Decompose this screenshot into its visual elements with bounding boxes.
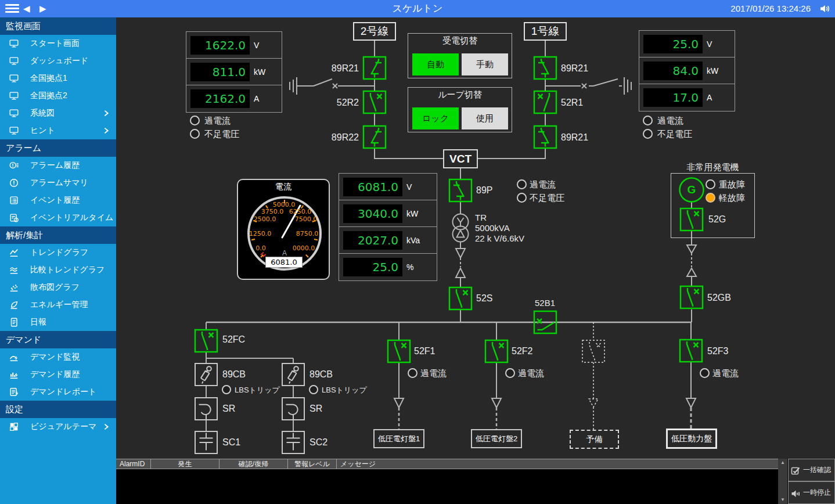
alarm-history-icon [9,160,19,171]
sidebar-item-scatter-graph[interactable]: 散布図グラフ [0,279,116,296]
sidebar-item-dashboard[interactable]: ダッシュボード [0,52,116,70]
scatter-graph-icon [9,282,19,293]
scroll-up-icon[interactable]: ▲ [778,459,787,467]
overcurrent-indicator [700,368,710,378]
reactor-sr-1[interactable] [195,398,217,420]
breaker-52gb[interactable] [681,286,703,308]
breaker-label: 52F1 [414,345,435,357]
lbs-label: 89CB [309,369,333,380]
reactor-label: SR [222,403,235,415]
column-alarm-level[interactable]: 警報レベル [288,459,337,469]
breaker-52s[interactable] [449,287,472,309]
breaker-spare[interactable] [582,322,604,430]
breaker-89r21-line1-upper[interactable] [534,57,556,79]
monitor-icon [9,108,19,118]
alarm-scrollbar[interactable]: ▲ ▼ [778,459,787,504]
meter-row: 17.0A [639,84,735,111]
trend-graph-icon [9,247,19,258]
sidebar-header-alarm: アラーム [0,139,116,157]
bulk-ack-button[interactable]: 一括確認 [788,459,835,481]
capacitor-label: SC1 [222,437,240,448]
current-display: 17.0 [643,88,703,107]
meter-row: 3040.0kW [339,200,437,227]
sidebar-item-energy-management[interactable]: エネルギー管理 [0,296,116,314]
generator-symbol: G [685,183,699,196]
voltage-display: 25.0 [643,35,703,53]
overcurrent-indicator [643,116,653,125]
column-occurred[interactable]: 発生 [151,459,219,469]
lock-button[interactable]: ロック [412,107,459,129]
breaker-label: 52FC [222,334,245,345]
ground-switch-left [290,77,375,95]
breaker-52r1[interactable] [534,91,556,113]
top-bar: ◀ ▶ スケルトン 2017/01/26 13:24:26 [0,0,835,17]
major-fault-indicator [706,179,715,189]
sidebar-header-demand: デマンド [0,331,116,348]
breaker-89r21-line2[interactable] [363,57,386,79]
sidebar-item-compare-trend-graph[interactable]: 比較トレンドグラフ [0,261,116,279]
speaker-pause-icon [790,488,801,498]
vct-box: VCT [443,149,478,168]
overcurrent-indicator [190,116,200,125]
loop-switch-panel: ループ切替 ロック 使用 [408,87,512,132]
speaker-icon[interactable] [819,3,830,15]
sidebar-item-visual-theme[interactable]: ビジュアルテーマ [0,418,116,435]
sidebar-item-trend-graph[interactable]: トレンドグラフ [0,244,116,261]
breaker-89r22[interactable] [363,126,386,148]
scroll-down-icon[interactable]: ▼ [778,496,787,504]
sidebar-item-event-realtime[interactable]: イベントリアルタイム [0,209,116,226]
lbs-89cb-2[interactable] [282,363,304,386]
daily-report-icon [9,317,19,327]
current-gauge: 電流 0.0 1250.0 2500.0 3750.0 5000.0 6250.… [237,179,330,280]
overcurrent-indicator [408,368,418,378]
lbs-89cb-1[interactable] [195,363,217,386]
sidebar-header-analysis: 解析/集計 [0,226,116,244]
sidebar-item-demand-report[interactable]: デマンドレポート [0,383,116,401]
breaker-89r21-line1-lower[interactable] [534,126,556,148]
breaker-52fc[interactable] [195,330,217,352]
meter-row: 2027.0kVa [339,227,437,254]
use-button[interactable]: 使用 [462,107,508,129]
auto-button[interactable]: 自動 [412,53,459,75]
breaker-52f2[interactable] [485,340,508,362]
compare-trend-icon [9,265,19,275]
sidebar-item-start-screen[interactable]: スタート画面 [0,35,116,52]
sidebar-item-national-sites-2[interactable]: 全国拠点2 [0,87,116,105]
meter-row: 84.0kW [639,57,735,84]
chevron-right-icon [102,423,110,431]
visual-theme-icon [9,422,19,432]
event-realtime-icon [9,213,19,223]
column-ack-restore[interactable]: 確認/復帰 [219,459,288,469]
breaker-label: 52F2 [512,345,532,357]
sidebar-item-national-sites-1[interactable]: 全国拠点1 [0,70,116,87]
chevron-right-icon [102,127,110,135]
breaker-52f3[interactable] [680,340,702,362]
capacitor-sc1[interactable] [195,431,217,453]
breaker-89p[interactable] [449,179,472,201]
alarm-table-body [116,469,778,504]
manual-button[interactable]: 手動 [462,53,508,75]
transformer-ratio: 22 k V/6.6kV [475,233,524,244]
breaker-52f1[interactable] [388,340,410,362]
sidebar-item-demand-history[interactable]: デマンド履歴 [0,366,116,383]
line1-meter-panel: 25.0V 84.0kW 17.0A [639,30,735,111]
sidebar-item-demand-monitor[interactable]: デマンド監視 [0,348,116,366]
sidebar-item-event-history[interactable]: イベント履歴 [0,192,116,209]
capacitor-sc2[interactable] [282,431,304,453]
sidebar-item-system-diagram[interactable]: 系統図 [0,105,116,122]
sidebar-item-daily-report[interactable]: 日報 [0,314,116,331]
breaker-label: 89R21 [330,63,359,74]
reactor-sr-2[interactable] [282,398,304,420]
receive-switch-panel: 受電切替 自動 手動 [408,33,512,78]
sidebar-item-alarm-summary[interactable]: アラームサマリ [0,174,116,192]
monitor-icon [9,56,19,66]
column-message[interactable]: メッセージ [337,459,778,469]
column-alarm-id[interactable]: AlarmID [116,459,151,469]
minor-fault-indicator [706,193,715,203]
breaker-52r2[interactable] [363,91,386,113]
power-display: 3040.0 [343,204,402,223]
pause-sound-button[interactable]: 一時停止 [788,481,835,504]
sidebar-item-hints[interactable]: ヒント [0,122,116,139]
meter-row: 25.0% [339,254,437,280]
sidebar-item-alarm-history[interactable]: アラーム履歴 [0,157,116,174]
